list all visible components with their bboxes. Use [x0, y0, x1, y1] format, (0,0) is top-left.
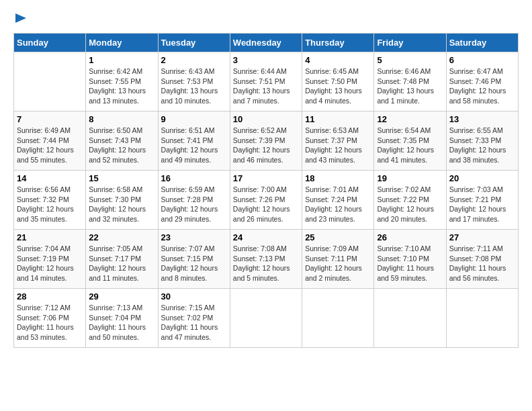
calendar-cell: 27Sunrise: 7:11 AMSunset: 7:08 PMDayligh… [446, 230, 518, 289]
day-number: 29 [89, 291, 154, 302]
calendar-cell: 17Sunrise: 7:00 AMSunset: 7:26 PMDayligh… [230, 171, 302, 230]
day-number: 26 [377, 232, 443, 242]
day-number: 10 [233, 114, 299, 124]
day-number: 12 [377, 114, 443, 124]
day-number: 2 [161, 55, 227, 65]
svg-marker-0 [15, 13, 26, 23]
calendar-cell [14, 52, 86, 111]
day-number: 4 [305, 55, 371, 65]
day-number: 5 [377, 55, 443, 65]
calendar-cell: 19Sunrise: 7:02 AMSunset: 7:22 PMDayligh… [374, 171, 446, 230]
calendar-week-row: 7Sunrise: 6:49 AMSunset: 7:44 PMDaylight… [14, 111, 519, 171]
calendar-cell: 18Sunrise: 7:01 AMSunset: 7:24 PMDayligh… [302, 171, 374, 230]
calendar-week-row: 14Sunrise: 6:56 AMSunset: 7:32 PMDayligh… [14, 171, 519, 230]
calendar-cell: 4Sunrise: 6:45 AMSunset: 7:50 PMDaylight… [302, 52, 374, 111]
calendar-week-row: 1Sunrise: 6:42 AMSunset: 7:55 PMDaylight… [14, 52, 519, 111]
cell-sun-info: Sunrise: 7:03 AMSunset: 7:21 PMDaylight:… [449, 185, 515, 224]
cell-sun-info: Sunrise: 7:04 AMSunset: 7:19 PMDaylight:… [17, 244, 83, 283]
day-number: 16 [161, 173, 227, 183]
cell-sun-info: Sunrise: 7:15 AMSunset: 7:02 PMDaylight:… [161, 303, 227, 342]
calendar-cell: 24Sunrise: 7:08 AMSunset: 7:13 PMDayligh… [230, 230, 302, 289]
cell-sun-info: Sunrise: 6:49 AMSunset: 7:44 PMDaylight:… [17, 126, 83, 165]
calendar-cell: 28Sunrise: 7:12 AMSunset: 7:06 PMDayligh… [14, 289, 86, 348]
calendar-cell: 12Sunrise: 6:54 AMSunset: 7:35 PMDayligh… [374, 111, 446, 171]
cell-sun-info: Sunrise: 7:13 AMSunset: 7:04 PMDaylight:… [89, 303, 154, 342]
calendar-cell: 7Sunrise: 6:49 AMSunset: 7:44 PMDaylight… [14, 111, 86, 171]
cell-sun-info: Sunrise: 6:53 AMSunset: 7:37 PMDaylight:… [305, 126, 371, 165]
cell-sun-info: Sunrise: 7:02 AMSunset: 7:22 PMDaylight:… [377, 185, 443, 224]
cell-sun-info: Sunrise: 6:59 AMSunset: 7:28 PMDaylight:… [161, 185, 227, 224]
calendar-cell [302, 289, 374, 348]
calendar-cell: 6Sunrise: 6:47 AMSunset: 7:46 PMDaylight… [446, 52, 518, 111]
calendar-cell: 11Sunrise: 6:53 AMSunset: 7:37 PMDayligh… [302, 111, 374, 171]
day-number: 18 [305, 173, 371, 183]
calendar-cell: 15Sunrise: 6:58 AMSunset: 7:30 PMDayligh… [86, 171, 158, 230]
weekday-header-saturday: Saturday [446, 34, 518, 52]
calendar-cell: 16Sunrise: 6:59 AMSunset: 7:28 PMDayligh… [158, 171, 230, 230]
calendar-cell [446, 289, 518, 348]
cell-sun-info: Sunrise: 7:07 AMSunset: 7:15 PMDaylight:… [161, 244, 227, 283]
calendar-cell [374, 289, 446, 348]
calendar-cell: 30Sunrise: 7:15 AMSunset: 7:02 PMDayligh… [158, 289, 230, 348]
day-number: 9 [161, 114, 227, 124]
logo-arrow-icon [15, 13, 26, 23]
day-number: 7 [17, 114, 83, 124]
day-number: 14 [17, 173, 83, 183]
calendar-week-row: 21Sunrise: 7:04 AMSunset: 7:19 PMDayligh… [14, 230, 519, 289]
cell-sun-info: Sunrise: 6:46 AMSunset: 7:48 PMDaylight:… [377, 66, 443, 106]
cell-sun-info: Sunrise: 7:11 AMSunset: 7:08 PMDaylight:… [449, 244, 515, 283]
day-number: 21 [17, 232, 83, 242]
calendar-cell: 22Sunrise: 7:05 AMSunset: 7:17 PMDayligh… [86, 230, 158, 289]
day-number: 8 [89, 114, 154, 124]
weekday-header-thursday: Thursday [302, 34, 374, 52]
cell-sun-info: Sunrise: 6:43 AMSunset: 7:53 PMDaylight:… [161, 66, 227, 106]
day-number: 15 [89, 173, 154, 183]
calendar-cell: 10Sunrise: 6:52 AMSunset: 7:39 PMDayligh… [230, 111, 302, 171]
calendar-cell: 14Sunrise: 6:56 AMSunset: 7:32 PMDayligh… [14, 171, 86, 230]
weekday-header-row: SundayMondayTuesdayWednesdayThursdayFrid… [14, 34, 519, 52]
cell-sun-info: Sunrise: 7:00 AMSunset: 7:26 PMDaylight:… [233, 185, 299, 224]
day-number: 25 [305, 232, 371, 242]
calendar-cell: 21Sunrise: 7:04 AMSunset: 7:19 PMDayligh… [14, 230, 86, 289]
day-number: 6 [449, 55, 515, 65]
cell-sun-info: Sunrise: 6:42 AMSunset: 7:55 PMDaylight:… [89, 66, 154, 106]
calendar-cell [230, 289, 302, 348]
day-number: 20 [449, 173, 515, 183]
calendar-week-row: 28Sunrise: 7:12 AMSunset: 7:06 PMDayligh… [14, 289, 519, 348]
weekday-header-friday: Friday [374, 34, 446, 52]
day-number: 1 [89, 55, 154, 65]
day-number: 11 [305, 114, 371, 124]
weekday-header-wednesday: Wednesday [230, 34, 302, 52]
cell-sun-info: Sunrise: 6:45 AMSunset: 7:50 PMDaylight:… [305, 66, 371, 106]
day-number: 13 [449, 114, 515, 124]
calendar-cell: 13Sunrise: 6:55 AMSunset: 7:33 PMDayligh… [446, 111, 518, 171]
day-number: 28 [17, 291, 83, 302]
cell-sun-info: Sunrise: 6:54 AMSunset: 7:35 PMDaylight:… [377, 126, 443, 165]
logo [13, 13, 26, 26]
day-number: 22 [89, 232, 154, 242]
cell-sun-info: Sunrise: 6:52 AMSunset: 7:39 PMDaylight:… [233, 126, 299, 165]
day-number: 19 [377, 173, 443, 183]
day-number: 24 [233, 232, 299, 242]
cell-sun-info: Sunrise: 6:47 AMSunset: 7:46 PMDaylight:… [449, 66, 515, 106]
cell-sun-info: Sunrise: 6:44 AMSunset: 7:51 PMDaylight:… [233, 66, 299, 106]
cell-sun-info: Sunrise: 7:12 AMSunset: 7:06 PMDaylight:… [17, 303, 83, 342]
day-number: 23 [161, 232, 227, 242]
day-number: 3 [233, 55, 299, 65]
calendar-cell: 26Sunrise: 7:10 AMSunset: 7:10 PMDayligh… [374, 230, 446, 289]
calendar-cell: 1Sunrise: 6:42 AMSunset: 7:55 PMDaylight… [86, 52, 158, 111]
calendar-cell: 5Sunrise: 6:46 AMSunset: 7:48 PMDaylight… [374, 52, 446, 111]
cell-sun-info: Sunrise: 6:51 AMSunset: 7:41 PMDaylight:… [161, 126, 227, 165]
cell-sun-info: Sunrise: 7:05 AMSunset: 7:17 PMDaylight:… [89, 244, 154, 283]
weekday-header-sunday: Sunday [14, 34, 86, 52]
calendar-cell: 8Sunrise: 6:50 AMSunset: 7:43 PMDaylight… [86, 111, 158, 171]
weekday-header-tuesday: Tuesday [158, 34, 230, 52]
cell-sun-info: Sunrise: 7:08 AMSunset: 7:13 PMDaylight:… [233, 244, 299, 283]
cell-sun-info: Sunrise: 6:50 AMSunset: 7:43 PMDaylight:… [89, 126, 154, 165]
day-number: 17 [233, 173, 299, 183]
day-number: 30 [161, 291, 227, 302]
calendar-table: SundayMondayTuesdayWednesdayThursdayFrid… [13, 33, 519, 348]
calendar-cell: 3Sunrise: 6:44 AMSunset: 7:51 PMDaylight… [230, 52, 302, 111]
calendar-cell: 9Sunrise: 6:51 AMSunset: 7:41 PMDaylight… [158, 111, 230, 171]
cell-sun-info: Sunrise: 6:55 AMSunset: 7:33 PMDaylight:… [449, 126, 515, 165]
